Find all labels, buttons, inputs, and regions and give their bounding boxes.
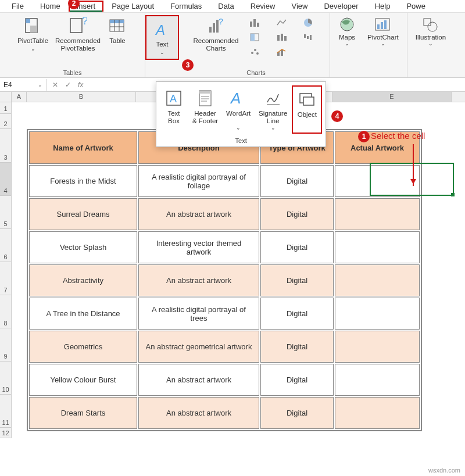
cell[interactable]: Digital (260, 364, 334, 396)
menu-home[interactable]: Home (32, 1, 69, 12)
cell[interactable]: Forests in the Midst (29, 165, 137, 197)
menu-data[interactable]: Data (210, 1, 242, 12)
cell[interactable]: Vector Splash (29, 231, 137, 263)
row-header[interactable]: 1 (0, 102, 11, 114)
name-box[interactable]: E4⌄ (0, 79, 46, 91)
row-header[interactable]: 5 (0, 196, 11, 229)
confirm-icon[interactable]: ✓ (65, 81, 71, 89)
cell[interactable]: Digital (260, 264, 334, 296)
row-header[interactable]: 2 (0, 114, 11, 129)
object-icon (296, 89, 317, 110)
menu-help[interactable]: Help (367, 1, 399, 12)
row-header[interactable]: 11 (0, 395, 11, 428)
cell[interactable] (335, 397, 420, 429)
svg-rect-29 (304, 34, 306, 38)
signature-line-button[interactable]: Signature Line ⌄ (255, 85, 291, 134)
maps-button[interactable]: Maps⌄ (335, 15, 359, 48)
wordart-button[interactable]: A WordArt⌄ (223, 85, 254, 134)
svg-rect-30 (307, 36, 309, 39)
cell[interactable]: Abstractivity (29, 264, 137, 296)
recommended-charts-icon: ? (206, 16, 226, 36)
wordart-icon: A (228, 88, 249, 109)
cell[interactable]: An abstract artwork (138, 198, 259, 230)
row-header[interactable]: 4 (0, 163, 11, 196)
cell[interactable]: Digital (260, 331, 334, 363)
cell[interactable] (335, 264, 420, 296)
pivottable-button[interactable]: PivotTable⌄ (15, 15, 51, 53)
row-header[interactable]: 12 (0, 428, 11, 438)
cell[interactable] (335, 231, 420, 263)
illustrations-button[interactable]: Illustration⌄ (412, 15, 449, 48)
menu-review[interactable]: Review (242, 1, 284, 12)
text-icon: A (152, 20, 172, 40)
recommended-charts-button[interactable]: ? Recommended Charts (191, 15, 241, 53)
col-header-a[interactable]: A (12, 92, 27, 102)
text-dropdown-button[interactable]: A Text⌄ (145, 15, 179, 60)
fx-icon[interactable]: fx (78, 81, 83, 89)
cell[interactable]: An abstract artwork (138, 364, 259, 396)
row-header[interactable]: 3 (0, 129, 11, 163)
pivottable-icon (23, 16, 43, 36)
menu-formulas[interactable]: Formulas (162, 1, 210, 12)
svg-rect-23 (277, 35, 280, 41)
cell[interactable]: Digital (260, 198, 334, 230)
cell[interactable]: A Tree in the Distance (29, 298, 137, 330)
cell[interactable] (335, 198, 420, 230)
cell[interactable]: Digital (260, 231, 334, 263)
select-all-corner[interactable] (0, 92, 12, 102)
chart-stat-button[interactable] (273, 31, 291, 44)
cell[interactable]: Digital (260, 298, 334, 330)
chart-pie-button[interactable] (300, 16, 317, 29)
row-header[interactable]: 7 (0, 262, 11, 295)
chart-combo-button[interactable] (273, 45, 291, 58)
cell[interactable]: An abstract geometrical artwork (138, 331, 259, 363)
spreadsheet-grid[interactable]: 1 2 3 4 5 6 7 8 9 10 11 12 Name of Artwo… (0, 102, 465, 474)
menu-developer[interactable]: Developer (316, 1, 366, 12)
cell[interactable] (335, 364, 420, 396)
chart-scatter-button[interactable] (246, 45, 264, 58)
svg-rect-1 (26, 19, 30, 23)
col-header-b[interactable]: B (27, 92, 136, 102)
svg-rect-6 (110, 20, 124, 23)
row-header[interactable]: 8 (0, 295, 11, 328)
svg-text:A: A (170, 93, 177, 105)
row-header[interactable]: 6 (0, 229, 11, 262)
group-label-tables: Tables (5, 68, 140, 76)
object-button[interactable]: Object (292, 85, 322, 134)
fill-handle[interactable] (451, 193, 455, 196)
menu-power[interactable]: Powe (398, 1, 434, 12)
cell[interactable]: Digital (260, 397, 334, 429)
cell[interactable] (335, 331, 420, 363)
col-header-e[interactable]: E (332, 92, 452, 102)
cell[interactable]: An abstract artwork (138, 264, 259, 296)
chart-line-button[interactable] (273, 16, 291, 29)
chart-waterfall-button[interactable] (300, 31, 317, 44)
recommended-pivottables-button[interactable]: ? Recommended PivotTables (53, 15, 103, 53)
menu-file[interactable]: File (3, 1, 32, 12)
row-header[interactable]: 10 (0, 362, 11, 395)
cell[interactable]: Digital (260, 165, 334, 197)
menu-pagelayout[interactable]: Page Layout (103, 1, 162, 12)
menu-view[interactable]: View (283, 1, 316, 12)
svg-rect-27 (281, 50, 283, 56)
svg-rect-37 (424, 19, 431, 26)
table-button[interactable]: Table (105, 15, 130, 46)
cell[interactable]: An abstract artwork (138, 397, 259, 429)
row-header[interactable]: 9 (0, 328, 11, 362)
cell[interactable]: A realistic digital portrayal of foliage (138, 165, 259, 197)
cell[interactable]: Interesting vector themed artwork (138, 231, 259, 263)
chart-hierarchy-button[interactable] (246, 31, 264, 44)
cell[interactable]: A realistic digital portrayal of trees (138, 298, 259, 330)
textbox-icon: A (163, 88, 184, 109)
pivotchart-button[interactable]: PivotChart⌄ (364, 15, 402, 48)
text-dropdown-panel: A Text Box Header & Footer A WordArt⌄ Si… (156, 81, 326, 147)
cell[interactable]: Dream Starts (29, 397, 137, 429)
textbox-button[interactable]: A Text Box (160, 85, 188, 134)
cell[interactable]: Geometrics (29, 331, 137, 363)
chart-column-button[interactable] (246, 16, 264, 29)
cell[interactable]: Surreal Dreams (29, 198, 137, 230)
cancel-icon[interactable]: ✕ (52, 81, 58, 89)
cell[interactable]: Yellow Colour Burst (29, 364, 137, 396)
header-footer-button[interactable]: Header & Footer (189, 85, 221, 134)
cell[interactable] (335, 298, 420, 330)
